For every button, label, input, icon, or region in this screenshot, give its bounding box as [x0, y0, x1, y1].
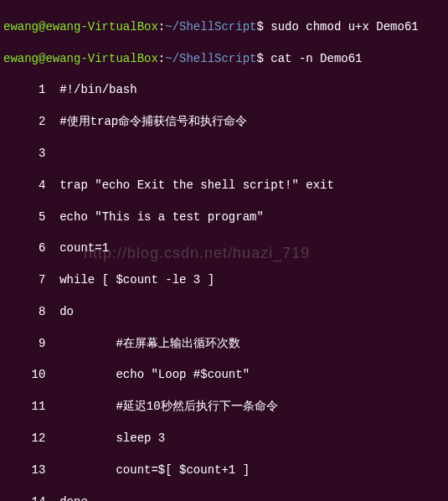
line-number: 3: [3, 146, 45, 162]
command-line: ewang@ewang-VirtualBox:~/ShellScript$ ca…: [3, 51, 445, 67]
code-text: #延迟10秒然后执行下一条命令: [59, 400, 277, 413]
script-line: 12 sleep 3: [3, 431, 445, 447]
prompt-path: ~/ShellScript: [165, 20, 256, 34]
prompt-userhost: ewang@ewang-VirtualBox: [3, 20, 158, 34]
script-line: 14 done: [3, 494, 445, 501]
script-line: 3: [3, 146, 445, 162]
code-text: trap "echo Exit the shell script!" exit: [59, 178, 334, 192]
script-line: 5 echo "This is a test program": [3, 209, 445, 225]
script-line: 1 #!/bin/bash: [3, 82, 445, 98]
script-line: 8 do: [3, 304, 445, 320]
line-number: 2: [3, 114, 45, 130]
code-text: #使用trap命令捕获信号和执行命令: [59, 115, 247, 128]
command-line: ewang@ewang-VirtualBox:~/ShellScript$ su…: [3, 19, 445, 35]
script-line: 10 echo "Loop #$count": [3, 367, 445, 383]
prompt-colon: :: [158, 52, 165, 65]
command-text: cat -n Demo61: [270, 52, 362, 65]
line-number: 7: [3, 272, 45, 288]
script-line: 2 #使用trap命令捕获信号和执行命令: [3, 114, 445, 130]
prompt-userhost: ewang@ewang-VirtualBox: [3, 52, 158, 65]
code-text: #在屏幕上输出循环次数: [59, 337, 240, 350]
prompt-colon: :: [158, 20, 165, 34]
line-number: 14: [3, 494, 45, 501]
line-number: 11: [3, 399, 45, 415]
line-number: 13: [3, 462, 45, 478]
line-number: 8: [3, 304, 45, 320]
code-text: count=1: [59, 241, 109, 255]
line-number: 6: [3, 240, 45, 256]
script-line: 11 #延迟10秒然后执行下一条命令: [3, 399, 445, 415]
line-number: 4: [3, 178, 45, 194]
code-text: count=$[ $count+1 ]: [59, 463, 250, 477]
code-text: #!/bin/bash: [59, 83, 136, 96]
prompt-sep: $: [256, 20, 263, 34]
code-text: done: [59, 495, 88, 501]
line-number: 10: [3, 367, 45, 383]
code-text: echo "This is a test program": [59, 210, 264, 224]
code-text: echo "Loop #$count": [59, 368, 250, 381]
line-number: 9: [3, 336, 45, 352]
line-number: 12: [3, 431, 45, 447]
terminal-output[interactable]: ewang@ewang-VirtualBox:~/ShellScript$ su…: [3, 3, 445, 501]
prompt-sep: $: [256, 52, 263, 65]
line-number: 5: [3, 209, 45, 225]
code-text: while [ $count -le 3 ]: [59, 273, 214, 287]
prompt-path: ~/ShellScript: [165, 52, 256, 65]
script-line: 6 count=1: [3, 240, 445, 256]
command-text: sudo chmod u+x Demo61: [270, 20, 418, 34]
script-line: 9 #在屏幕上输出循环次数: [3, 336, 445, 352]
script-line: 4 trap "echo Exit the shell script!" exi…: [3, 178, 445, 194]
script-line: 13 count=$[ $count+1 ]: [3, 462, 445, 478]
script-line: 7 while [ $count -le 3 ]: [3, 272, 445, 288]
code-text: sleep 3: [59, 431, 165, 445]
line-number: 1: [3, 82, 45, 98]
code-text: do: [59, 305, 74, 318]
